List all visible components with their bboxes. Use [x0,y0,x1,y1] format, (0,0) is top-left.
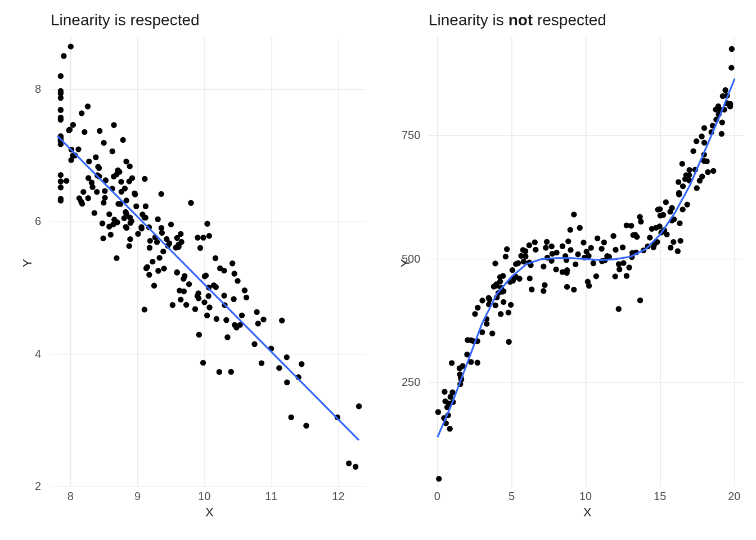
svg-point-143 [201,299,207,305]
svg-point-149 [177,287,182,293]
svg-point-389 [699,133,704,139]
svg-point-352 [487,296,492,302]
svg-point-99 [142,307,147,312]
left-x-axis-label: X [205,505,214,520]
svg-point-394 [697,178,703,183]
svg-point-155 [221,268,227,273]
svg-point-314 [449,360,454,366]
svg-point-90 [259,360,264,366]
svg-point-236 [560,244,565,249]
svg-point-103 [58,196,64,201]
x-tick-label: 12 [332,490,344,503]
left-title: Linearity is respected [51,11,200,29]
svg-point-386 [632,232,638,237]
y-tick-label: 750 [402,129,420,142]
svg-point-98 [106,212,112,217]
svg-point-93 [221,292,227,298]
svg-point-147 [124,225,129,231]
svg-point-285 [593,273,599,279]
svg-point-171 [155,217,160,222]
svg-point-266 [624,273,629,278]
svg-point-424 [571,212,577,217]
x-tick-label: 10 [198,490,210,503]
svg-point-152 [64,178,69,183]
svg-point-237 [504,246,510,252]
svg-point-117 [206,304,212,310]
svg-point-241 [489,331,495,336]
svg-point-262 [492,260,498,266]
right-x-axis-label: X [583,505,592,520]
svg-point-146 [128,220,133,226]
svg-point-25 [213,255,218,261]
svg-point-131 [217,369,222,375]
svg-point-326 [677,238,683,244]
svg-point-294 [508,302,514,308]
svg-point-84 [223,317,229,323]
svg-point-403 [457,366,462,371]
svg-point-78 [58,117,64,123]
svg-point-210 [353,464,358,470]
x-tick-label: 10 [579,490,592,503]
svg-point-391 [616,261,622,267]
x-tick-label: 20 [728,490,740,503]
svg-point-301 [436,476,442,482]
svg-point-142 [92,210,97,215]
svg-point-109 [203,272,209,278]
svg-point-306 [506,309,511,315]
svg-point-203 [89,179,94,185]
svg-point-139 [288,415,294,420]
svg-point-53 [231,296,236,302]
svg-point-65 [197,245,203,251]
svg-point-418 [527,276,533,281]
svg-point-44 [127,163,132,169]
svg-point-167 [200,360,206,366]
left-y-axis-label: Y [20,259,35,267]
svg-point-358 [506,339,511,345]
svg-point-85 [239,312,245,318]
x-tick-label: 15 [654,490,666,503]
svg-point-349 [690,148,696,154]
svg-point-180 [299,361,304,367]
svg-point-135 [206,233,212,238]
svg-point-150 [204,221,210,227]
svg-point-51 [58,178,64,184]
svg-point-190 [123,159,129,164]
svg-point-300 [668,245,673,250]
svg-point-304 [628,223,634,228]
svg-point-114 [102,195,107,200]
svg-point-287 [686,167,692,173]
svg-point-226 [598,246,604,251]
svg-point-151 [138,224,144,230]
svg-point-201 [230,260,235,266]
title-text: Linearity is [429,11,508,29]
svg-point-34 [195,235,200,240]
svg-point-74 [111,122,116,128]
svg-point-365 [588,245,594,250]
svg-point-209 [68,43,74,49]
svg-point-381 [475,305,480,310]
svg-point-75 [79,110,84,116]
svg-point-387 [647,235,652,240]
svg-point-334 [577,225,583,231]
svg-point-179 [200,235,206,240]
svg-point-224 [479,298,485,303]
svg-point-122 [58,172,64,178]
title-bold: not [508,11,533,29]
svg-point-427 [435,409,441,415]
svg-point-157 [58,88,64,94]
svg-point-185 [76,195,82,201]
svg-point-97 [159,225,164,231]
svg-point-194 [108,232,114,237]
svg-point-225 [680,206,685,212]
svg-point-248 [541,264,546,269]
y-tick-label: 4 [35,348,41,361]
chart-pair: Linearity is respected 2 4 6 8 8 9 10 11… [0,0,756,540]
svg-point-204 [145,264,150,269]
svg-point-107 [111,174,116,179]
y-tick-label: 2 [35,480,41,493]
svg-point-188 [97,128,102,134]
svg-point-417 [542,282,547,288]
svg-point-111 [156,255,162,260]
left-panel: Linearity is respected 2 4 6 8 8 9 10 11… [0,0,378,540]
x-tick-label: 0 [434,490,440,503]
